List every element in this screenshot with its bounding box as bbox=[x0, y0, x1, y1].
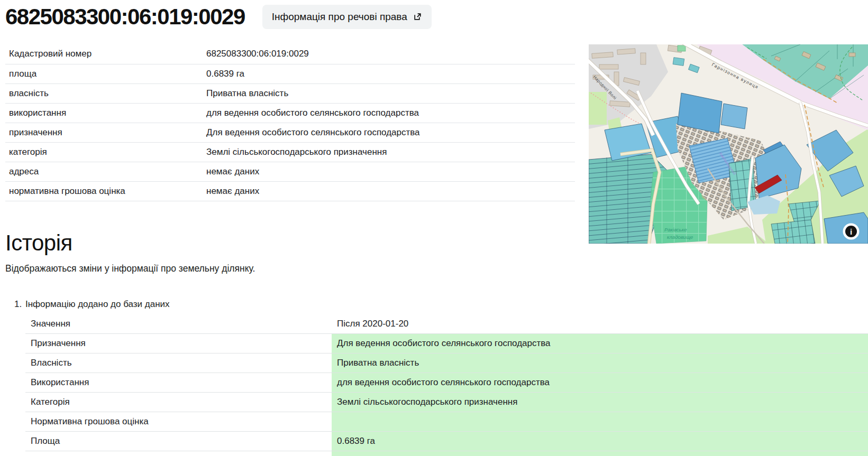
table-row: призначення Для ведення особистого селян… bbox=[5, 123, 575, 142]
history-entry-title: Інформацію додано до бази даних bbox=[25, 299, 868, 310]
map-info-button[interactable]: i bbox=[843, 224, 860, 240]
history-header-row: Значення Після 2020-01-20 bbox=[25, 314, 868, 334]
field-value: Землі сільськогосподарського призначення bbox=[206, 142, 575, 162]
table-row: використання для ведення особистого селя… bbox=[5, 103, 575, 123]
field-label: площа bbox=[5, 64, 206, 83]
history-field-value: 0.6839 га bbox=[332, 432, 868, 451]
table-row: нормативна грошова оцінка немає даних bbox=[5, 181, 575, 201]
field-label: призначення bbox=[5, 123, 206, 142]
map-canvas: Гарнізонна вулиця Народної Волі Хмельниц… bbox=[589, 44, 868, 244]
cadastral-map[interactable]: Гарнізонна вулиця Народної Волі Хмельниц… bbox=[589, 44, 868, 244]
table-row: площа 0.6839 га bbox=[5, 64, 575, 83]
history-field-label: Площа bbox=[25, 432, 332, 451]
history-row: Використання для ведення особистого селя… bbox=[25, 373, 868, 393]
cemetery-label: Раківське bbox=[664, 227, 687, 232]
history-value-label: Значення bbox=[25, 314, 332, 334]
page-header: 6825083300:06:019:0029 Інформація про ре… bbox=[0, 0, 868, 30]
history-value-date: Після 2020-01-20 bbox=[332, 314, 868, 334]
history-entry: Інформацію додано до бази даних Значення… bbox=[24, 299, 868, 456]
field-label: Кадастровий номер bbox=[5, 44, 206, 64]
external-link-icon bbox=[413, 12, 422, 21]
field-value: немає даних bbox=[206, 162, 575, 181]
history-field-label: Призначення bbox=[25, 334, 332, 353]
info-icon: i bbox=[850, 227, 852, 236]
history-field-label bbox=[25, 451, 332, 456]
history-field-label: Використання bbox=[25, 373, 332, 393]
parcel-info-table: Кадастровий номер 6825083300:06:019:0029… bbox=[5, 44, 575, 201]
property-rights-button-label: Інформація про речові права bbox=[272, 11, 407, 23]
property-rights-button[interactable]: Інформація про речові права bbox=[262, 5, 432, 29]
history-row: Категорія Землі сільськогосподарського п… bbox=[25, 393, 868, 412]
history-row: Нормативна грошова оцінка bbox=[25, 412, 868, 432]
table-row: власність Приватна власність bbox=[5, 83, 575, 103]
field-label: використання bbox=[5, 103, 206, 123]
history-row bbox=[25, 451, 868, 456]
history-field-value: Для ведення особистого селянського госпо… bbox=[332, 334, 868, 353]
history-field-value: для ведення особистого селянського госпо… bbox=[332, 373, 868, 393]
history-field-value bbox=[332, 451, 868, 456]
field-value: 0.6839 га bbox=[206, 64, 575, 83]
table-row: адреса немає даних bbox=[5, 162, 575, 181]
history-description: Відображаються зміни у інформації про зе… bbox=[5, 263, 868, 274]
field-value: 6825083300:06:019:0029 bbox=[206, 44, 575, 64]
history-field-label: Власність bbox=[25, 353, 332, 373]
field-value: Приватна власність bbox=[206, 83, 575, 103]
history-field-label: Категорія bbox=[25, 393, 332, 412]
history-field-value: Землі сільськогосподарського призначення bbox=[332, 393, 868, 412]
field-label: адреса bbox=[5, 162, 206, 181]
history-entries: Інформацію додано до бази даних Значення… bbox=[0, 299, 868, 456]
history-field-value: Приватна власність bbox=[332, 353, 868, 373]
field-label: власність bbox=[5, 83, 206, 103]
history-row: Призначення Для ведення особистого селян… bbox=[25, 334, 868, 353]
cemetery-label: кладовище bbox=[667, 234, 693, 240]
history-field-value bbox=[332, 412, 868, 432]
field-label: категорія bbox=[5, 142, 206, 162]
field-label: нормативна грошова оцінка bbox=[5, 181, 206, 201]
table-row: категорія Землі сільськогосподарського п… bbox=[5, 142, 575, 162]
table-row: Кадастровий номер 6825083300:06:019:0029 bbox=[5, 44, 575, 64]
history-field-label: Нормативна грошова оцінка bbox=[25, 412, 332, 432]
page-title: 6825083300:06:019:0029 bbox=[5, 4, 245, 30]
history-table: Значення Після 2020-01-20 Призначення Дл… bbox=[25, 314, 868, 456]
history-row: Площа 0.6839 га bbox=[25, 432, 868, 451]
history-row: Власність Приватна власність bbox=[25, 353, 868, 373]
field-value: для ведення особистого селянського госпо… bbox=[206, 103, 575, 123]
field-value: Для ведення особистого селянського госпо… bbox=[206, 123, 575, 142]
field-value: немає даних bbox=[206, 181, 575, 201]
